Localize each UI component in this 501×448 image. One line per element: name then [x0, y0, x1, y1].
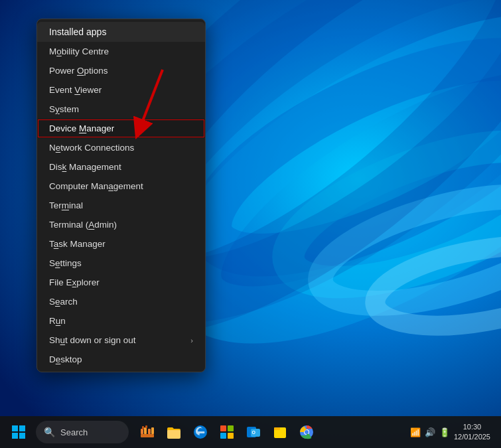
- svg-rect-11: [19, 425, 25, 431]
- svg-rect-23: [220, 425, 226, 431]
- menu-item-disk-management[interactable]: Disk Management: [37, 157, 205, 177]
- taskbar-icon-files[interactable]: [268, 420, 292, 444]
- svg-rect-25: [220, 433, 226, 439]
- taskbar-icon-file-explorer[interactable]: [162, 420, 186, 444]
- svg-rect-16: [148, 429, 151, 434]
- tray-network-icon[interactable]: 📶: [410, 427, 421, 437]
- taskbar: 🔍 Search: [0, 416, 501, 448]
- menu-item-task-manager[interactable]: Task Manager: [37, 234, 205, 254]
- menu-item-search[interactable]: Search: [37, 292, 205, 311]
- files-icon: [272, 424, 288, 440]
- menu-item-terminal-admin[interactable]: Terminal (Admin): [37, 215, 205, 234]
- svg-rect-18: [141, 434, 154, 437]
- svg-text:O: O: [252, 430, 256, 435]
- svg-rect-15: [144, 427, 147, 434]
- taskbar-icon-chrome[interactable]: [295, 420, 319, 444]
- svg-rect-21: [167, 429, 180, 439]
- menu-item-terminal[interactable]: Terminal: [37, 196, 205, 215]
- svg-rect-14: [141, 429, 143, 434]
- menu-item-run[interactable]: Run: [37, 311, 205, 331]
- taskbar-icon-outlook[interactable]: O: [242, 420, 265, 444]
- menu-item-system[interactable]: System: [37, 100, 205, 119]
- taskbar-pinned-icons: O: [135, 420, 319, 444]
- menu-item-network-connections[interactable]: Network Connections: [37, 138, 205, 157]
- svg-point-34: [305, 430, 309, 434]
- svg-rect-10: [12, 425, 18, 431]
- svg-rect-24: [228, 425, 234, 431]
- store-icon: [219, 424, 235, 440]
- chrome-icon: [299, 424, 315, 440]
- menu-item-computer-management[interactable]: Computer Management: [37, 177, 205, 196]
- windows-logo-icon: [11, 425, 26, 439]
- desktop: Installed apps Mobility Centre Power Opt…: [0, 0, 501, 448]
- search-label: Search: [60, 427, 88, 437]
- tray-volume-icon[interactable]: 🔊: [425, 427, 435, 437]
- menu-item-settings[interactable]: Settings: [37, 254, 205, 273]
- shutdown-chevron-icon: ›: [190, 336, 193, 344]
- menu-item-power-options[interactable]: Power Options: [37, 61, 205, 80]
- menu-item-installed-apps[interactable]: Installed apps: [37, 22, 205, 42]
- svg-rect-31: [274, 427, 280, 430]
- svg-rect-12: [12, 433, 18, 439]
- search-icon: 🔍: [44, 427, 55, 437]
- menu-item-desktop[interactable]: Desktop: [37, 350, 205, 369]
- menu-item-event-viewer[interactable]: Event Viewer: [37, 80, 205, 100]
- clock-date: 12/01/2025: [454, 432, 490, 442]
- context-menu: Installed apps Mobility Centre Power Opt…: [36, 19, 206, 372]
- taskbar-icon-store[interactable]: [215, 420, 239, 444]
- clock-time: 10:30: [454, 422, 490, 432]
- game-icon: [139, 423, 156, 441]
- taskbar-search-bar[interactable]: 🔍 Search: [36, 421, 129, 443]
- start-button[interactable]: [5, 419, 32, 445]
- tray-battery-icon[interactable]: 🔋: [439, 427, 450, 437]
- svg-rect-20: [145, 425, 147, 428]
- taskbar-icon-edge[interactable]: [188, 420, 212, 444]
- outlook-icon: O: [246, 424, 261, 440]
- edge-icon: [192, 424, 208, 440]
- svg-rect-26: [228, 433, 234, 439]
- folder-icon: [166, 424, 182, 440]
- clock[interactable]: 10:30 12/01/2025: [454, 422, 490, 443]
- svg-rect-19: [142, 426, 144, 429]
- system-tray: 📶 🔊 🔋 10:30 12/01/2025: [410, 422, 496, 443]
- menu-item-device-manager[interactable]: Device Manager: [37, 119, 205, 138]
- menu-item-file-explorer[interactable]: File Explorer: [37, 273, 205, 292]
- taskbar-icon-game[interactable]: [135, 420, 159, 444]
- menu-item-shutdown[interactable]: Shut down or sign out ›: [37, 331, 205, 350]
- svg-rect-17: [151, 427, 154, 434]
- menu-item-mobility-centre[interactable]: Mobility Centre: [37, 42, 205, 61]
- svg-rect-13: [19, 433, 25, 439]
